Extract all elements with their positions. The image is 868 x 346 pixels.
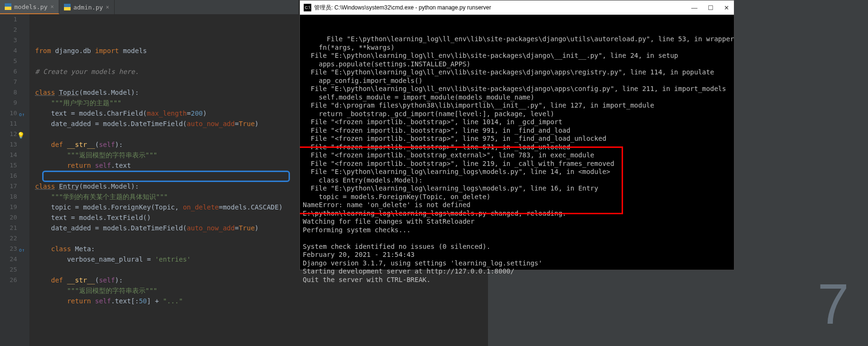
desktop-glyph: 7 <box>817 271 849 337</box>
code-editor: models.py × admin.py × 12345678910o↑1112… <box>0 0 298 346</box>
line-number: 19 <box>0 202 26 212</box>
line-number: 13 <box>0 139 26 150</box>
tab-label: models.py <box>14 3 47 10</box>
code-line[interactable] <box>33 306 298 317</box>
line-number: 16 <box>0 171 26 181</box>
window-controls: — ☐ ✕ <box>691 4 729 11</box>
line-number: 14 <box>0 150 26 160</box>
line-number: 12💡 <box>0 129 26 139</box>
close-button[interactable]: ✕ <box>724 4 729 11</box>
line-number: 7 <box>0 77 26 87</box>
line-number: 2 <box>0 25 26 35</box>
code-line[interactable]: # Create your models here. <box>33 66 298 77</box>
line-number: 24 <box>0 254 26 264</box>
line-number: 6 <box>0 66 26 77</box>
python-icon <box>5 3 11 10</box>
code-line[interactable]: date_added = models.DateTimeField(auto_n… <box>33 118 298 129</box>
terminal-text: File "E:\python\learning_log\ll_env\lib\… <box>303 35 734 283</box>
line-number: 17 <box>0 181 26 191</box>
code-container: 12345678910o↑1112💡1314151617181920212223… <box>0 14 298 346</box>
svg-rect-1 <box>5 7 11 10</box>
code-line[interactable]: class Meta: <box>33 244 298 254</box>
line-number: 26 <box>0 275 26 285</box>
svg-rect-2 <box>64 4 71 7</box>
line-number: 22 <box>0 233 26 244</box>
code-line[interactable]: verbose_name_plural = 'entries' <box>33 254 298 264</box>
minimize-button[interactable]: — <box>691 4 697 11</box>
tab-admin[interactable]: admin.py × <box>59 0 115 14</box>
tab-models[interactable]: models.py × <box>0 0 59 14</box>
code-line[interactable]: """用户学习的主题""" <box>33 98 298 108</box>
tab-label: admin.py <box>73 4 103 11</box>
terminal-window: C:\ 管理员: C:\Windows\system32\cmd.exe - p… <box>299 0 734 270</box>
line-number: 4 <box>0 46 26 56</box>
code-line[interactable] <box>33 171 298 181</box>
editor-tabs: models.py × admin.py × <box>0 0 298 14</box>
code-line[interactable] <box>33 77 298 87</box>
python-icon <box>64 4 71 10</box>
code-line[interactable] <box>33 264 298 275</box>
code-line[interactable]: text = models.TextField() <box>33 212 298 223</box>
code-line[interactable]: class Topic(models.Model): <box>33 87 298 98</box>
terminal-titlebar[interactable]: C:\ 管理员: C:\Windows\system32\cmd.exe - p… <box>300 0 734 15</box>
line-number: 1 <box>0 14 26 25</box>
code-line[interactable]: date_added = models.DateTimeField(auto_n… <box>33 223 298 233</box>
code-line[interactable]: def __str__(self): <box>33 139 298 150</box>
code-line[interactable] <box>33 233 298 244</box>
code-line[interactable]: return self.text <box>33 160 298 171</box>
line-number: 25 <box>0 264 26 275</box>
svg-rect-0 <box>5 3 11 7</box>
line-number: 10o↑ <box>0 108 26 118</box>
line-number: 3 <box>0 35 26 46</box>
terminal-output[interactable]: File "E:\python\learning_log\ll_env\lib\… <box>300 15 734 296</box>
line-number: 15 <box>0 160 26 171</box>
code-line[interactable]: topic = models.ForeignKey(Topic, on_dele… <box>33 202 298 212</box>
code-line[interactable]: class Entry(models.Model): <box>33 181 298 191</box>
line-number: 21 <box>0 223 26 233</box>
line-number: 5 <box>0 56 26 66</box>
code-line[interactable] <box>33 56 298 66</box>
maximize-button[interactable]: ☐ <box>708 4 714 11</box>
code-text-area[interactable]: from django.db import models # Create yo… <box>29 14 298 346</box>
code-line[interactable]: """学到的有关某个主题的具体知识""" <box>33 191 298 202</box>
close-icon[interactable]: × <box>50 3 54 10</box>
line-number-gutter: 12345678910o↑1112💡1314151617181920212223… <box>0 14 29 346</box>
code-line[interactable]: def __str__(self): <box>33 275 298 285</box>
code-line[interactable]: text = models.CharField(max_length=200) <box>33 108 298 118</box>
code-line[interactable]: return self.text[:50] + "..." <box>33 296 298 306</box>
svg-rect-3 <box>64 7 71 10</box>
code-line[interactable] <box>33 129 298 139</box>
code-line[interactable]: """返回模型的字符串表示""" <box>33 285 298 296</box>
titlebar-left: C:\ 管理员: C:\Windows\system32\cmd.exe - p… <box>304 4 491 12</box>
line-number: 18 <box>0 191 26 202</box>
line-number: 9 <box>0 98 26 108</box>
code-line[interactable]: """返回模型的字符串表示""" <box>33 150 298 160</box>
code-line[interactable]: from django.db import models <box>33 46 298 56</box>
line-number: 20 <box>0 212 26 223</box>
terminal-title: 管理员: C:\Windows\system32\cmd.exe - pytho… <box>314 4 491 12</box>
close-icon[interactable]: × <box>106 4 109 10</box>
line-number: 8 <box>0 87 26 98</box>
cmd-icon: C:\ <box>304 4 311 11</box>
line-number: 23o↑ <box>0 244 26 254</box>
line-number: 11 <box>0 118 26 129</box>
